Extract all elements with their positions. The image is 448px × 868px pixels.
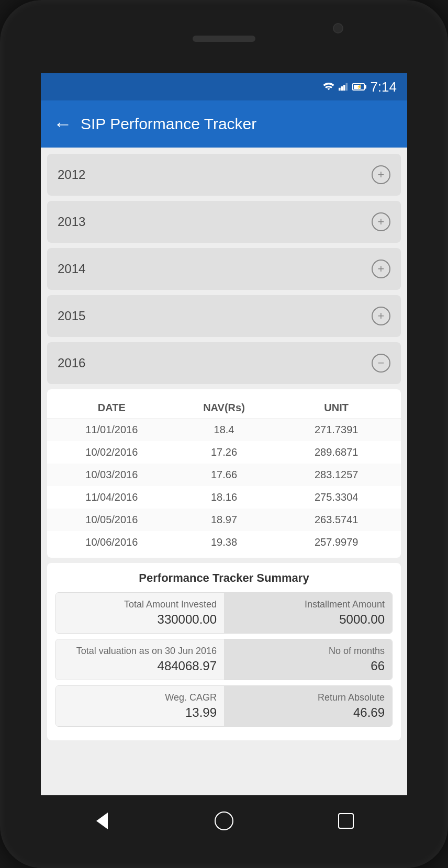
accordion-2013[interactable]: 2013 +: [47, 201, 401, 243]
accordion-2015[interactable]: 2015 +: [47, 295, 401, 337]
content-area[interactable]: 2012 + 2013 + 2014 +: [41, 148, 407, 795]
phone-speaker: [193, 36, 255, 42]
cell-unit-5: 257.9979: [280, 536, 393, 548]
accordion-header-2013[interactable]: 2013 +: [47, 201, 401, 243]
expand-icon-2014[interactable]: +: [372, 260, 390, 278]
label-months: No of months: [329, 646, 385, 657]
summary-card-3: Weg. CAGR 13.99 Return Absolute 46.69: [55, 685, 393, 727]
nav-recents-button[interactable]: [334, 809, 357, 832]
summary-card-2: Total valuation as on 30 Jun 2016 484068…: [55, 639, 393, 680]
phone-screen: ⚡ 7:14 ← SIP Performance Tracker 2012 +: [41, 73, 407, 795]
battery-icon: ⚡: [352, 83, 365, 91]
value-total-valuation: 484068.97: [158, 659, 217, 673]
accordion-2014[interactable]: 2014 +: [47, 248, 401, 290]
cell-date-1: 10/02/2016: [55, 446, 168, 458]
table-row: 11/01/2016 18.4 271.7391: [47, 419, 401, 441]
phone-shell: ⚡ 7:14 ← SIP Performance Tracker 2012 +: [0, 0, 448, 868]
label-total-invested: Total Amount Invested: [124, 599, 217, 610]
summary-card-1: Total Amount Invested 330000.00 Installm…: [55, 592, 393, 634]
accordion-header-2014[interactable]: 2014 +: [47, 248, 401, 290]
table-row: 11/04/2016 18.16 275.3304: [47, 486, 401, 509]
accordion-header-2015[interactable]: 2015 +: [47, 295, 401, 337]
svg-rect-0: [339, 88, 341, 91]
app-title: SIP Performance Tracker: [81, 115, 256, 133]
table-row: 10/03/2016 17.66 283.1257: [47, 464, 401, 486]
svg-rect-1: [341, 86, 343, 91]
table-row: 10/02/2016 17.26 289.6871: [47, 441, 401, 464]
year-label-2016: 2016: [58, 356, 85, 370]
app-bar: ← SIP Performance Tracker: [41, 100, 407, 148]
collapse-icon-2016[interactable]: −: [372, 354, 390, 373]
label-cagr: Weg. CAGR: [165, 692, 217, 703]
phone-camera: [333, 23, 343, 33]
summary-card-3-right: Return Absolute 46.69: [224, 686, 392, 726]
value-months: 66: [371, 659, 385, 673]
cell-date-3: 11/04/2016: [55, 491, 168, 503]
accordion-header-2016[interactable]: 2016 −: [47, 342, 401, 384]
cell-unit-4: 263.5741: [280, 514, 393, 526]
status-icons: ⚡: [323, 83, 365, 91]
col-header-nav: NAV(Rs): [168, 402, 281, 414]
summary-title: Performance Tracker Summary: [55, 571, 393, 585]
recents-nav-icon: [338, 813, 354, 829]
cell-unit-1: 289.6871: [280, 446, 393, 458]
value-installment: 5000.00: [339, 612, 385, 627]
col-header-date: DATE: [55, 402, 168, 414]
table-header-row: DATE NAV(Rs) UNIT: [47, 398, 401, 419]
bottom-nav: [41, 800, 407, 842]
cell-nav-2: 17.66: [168, 469, 281, 481]
wifi-icon: [323, 83, 334, 91]
cell-nav-3: 18.16: [168, 491, 281, 503]
home-nav-icon: [215, 811, 233, 830]
expand-icon-2012[interactable]: +: [372, 165, 390, 184]
summary-card-2-right: No of months 66: [224, 639, 392, 680]
year-label-2014: 2014: [58, 262, 85, 276]
label-return-absolute: Return Absolute: [318, 692, 385, 703]
expand-icon-2013[interactable]: +: [372, 212, 390, 231]
summary-card-1-left: Total Amount Invested 330000.00: [56, 593, 224, 633]
cell-date-0: 11/01/2016: [55, 424, 168, 436]
year-label-2013: 2013: [58, 215, 85, 229]
value-cagr: 13.99: [185, 705, 217, 720]
nav-home-button[interactable]: [212, 809, 236, 832]
status-bar: ⚡ 7:14: [41, 73, 407, 100]
cell-date-4: 10/05/2016: [55, 514, 168, 526]
cell-nav-5: 19.38: [168, 536, 281, 548]
table-row: 10/05/2016 18.97 263.5741: [47, 509, 401, 531]
cell-unit-2: 283.1257: [280, 469, 393, 481]
svg-rect-3: [346, 83, 348, 91]
col-header-unit: UNIT: [280, 402, 393, 414]
year-label-2012: 2012: [58, 167, 85, 182]
svg-rect-2: [343, 85, 345, 91]
accordion-2012[interactable]: 2012 +: [47, 154, 401, 196]
back-button[interactable]: ←: [53, 115, 72, 133]
year-table-2016: DATE NAV(Rs) UNIT 11/01/2016 18.4 271.73…: [47, 389, 401, 558]
summary-section: Performance Tracker Summary Total Amount…: [47, 563, 401, 740]
battery-bolt: ⚡: [354, 84, 364, 89]
cell-nav-4: 18.97: [168, 514, 281, 526]
signal-icon: [339, 83, 348, 91]
back-nav-icon: [96, 813, 108, 829]
label-total-valuation: Total valuation as on 30 Jun 2016: [76, 646, 217, 657]
expand-icon-2015[interactable]: +: [372, 307, 390, 325]
year-label-2015: 2015: [58, 309, 85, 323]
cell-date-2: 10/03/2016: [55, 469, 168, 481]
accordion-header-2012[interactable]: 2012 +: [47, 154, 401, 196]
cell-unit-0: 271.7391: [280, 424, 393, 436]
cell-nav-0: 18.4: [168, 424, 281, 436]
value-total-invested: 330000.00: [158, 612, 217, 627]
cell-unit-3: 275.3304: [280, 491, 393, 503]
label-installment: Installment Amount: [305, 599, 385, 610]
table-row: 10/06/2016 19.38 257.9979: [47, 531, 401, 554]
accordion-2016[interactable]: 2016 −: [47, 342, 401, 384]
summary-card-1-right: Installment Amount 5000.00: [224, 593, 392, 633]
value-return-absolute: 46.69: [353, 705, 385, 720]
summary-card-2-left: Total valuation as on 30 Jun 2016 484068…: [56, 639, 224, 680]
status-time: 7:14: [370, 79, 397, 95]
cell-date-5: 10/06/2016: [55, 536, 168, 548]
summary-card-3-left: Weg. CAGR 13.99: [56, 686, 224, 726]
cell-nav-1: 17.26: [168, 446, 281, 458]
nav-back-button[interactable]: [91, 809, 114, 832]
